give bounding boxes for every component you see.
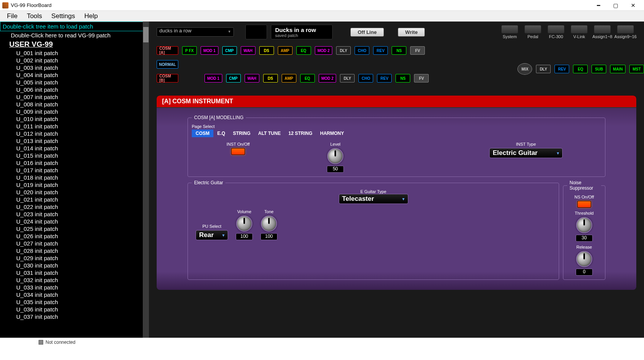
patch-item[interactable]: U_005 init patch [0, 79, 149, 86]
chain-box-eq[interactable]: EQ [296, 46, 311, 55]
tab-harmony[interactable]: HARMONY [316, 130, 348, 137]
patch-item[interactable]: U_017 init patch [0, 167, 149, 174]
chain-box-cmp[interactable]: CMP [226, 74, 241, 82]
chain-box-pfx[interactable]: P FX [182, 46, 197, 55]
util-button-assign1~8[interactable]: Assign1~8 [592, 25, 613, 39]
patch-item[interactable]: U_026 init patch [0, 232, 149, 240]
chain-box-sub[interactable]: SUB [592, 65, 606, 73]
patch-item[interactable]: U_029 init patch [0, 254, 149, 262]
patch-item[interactable]: U_027 init patch [0, 240, 149, 247]
chain-box-main[interactable]: MAIN [610, 65, 625, 73]
chain-box-cho[interactable]: CHO [358, 74, 373, 82]
offline-button[interactable]: Off Line [350, 28, 384, 37]
patch-item[interactable]: U_036 init patch [0, 306, 149, 313]
patch-item[interactable]: U_010 init patch [0, 115, 149, 123]
release-value[interactable]: 0 [576, 269, 593, 276]
patch-item[interactable]: U_003 init patch [0, 64, 149, 71]
patch-item[interactable]: U_021 init patch [0, 196, 149, 203]
patch-item[interactable]: U_012 init patch [0, 130, 149, 137]
level-value[interactable]: 50 [327, 166, 344, 173]
user-bank-header[interactable]: USER VG-99 [0, 39, 149, 49]
tab-12string[interactable]: 12 STRING [284, 130, 316, 137]
chain-box-cosmb[interactable]: COSM [B] [157, 74, 178, 82]
util-button-pedal[interactable]: Pedal [522, 25, 544, 39]
chain-box-mst[interactable]: MST [629, 65, 644, 73]
patch-item[interactable]: U_024 init patch [0, 218, 149, 225]
chain-box-mod1[interactable]: MOD 1 [205, 74, 222, 82]
patch-item[interactable]: U_016 init patch [0, 159, 149, 167]
chain-normal[interactable]: NORMAL [157, 60, 178, 69]
patch-item[interactable]: U_007 init patch [0, 93, 149, 101]
tone-knob[interactable] [261, 215, 277, 232]
patch-item[interactable]: U_006 init patch [0, 86, 149, 93]
level-knob[interactable] [327, 148, 343, 164]
patch-item[interactable]: U_019 init patch [0, 181, 149, 188]
patch-item[interactable]: U_032 init patch [0, 276, 149, 284]
patch-item[interactable]: U_030 init patch [0, 262, 149, 269]
tab-cosm[interactable]: COSM [192, 130, 213, 137]
tab-alttune[interactable]: ALT TUNE [254, 130, 284, 137]
chain-box-rev[interactable]: REV [377, 74, 392, 82]
patch-item[interactable]: U_023 init patch [0, 210, 149, 218]
util-button-assign9~16[interactable]: Assign9~16 [615, 25, 636, 39]
chain-box-ds[interactable]: DS [259, 46, 274, 55]
ns-onoff-switch[interactable] [577, 201, 591, 208]
patch-item[interactable]: U_035 init patch [0, 298, 149, 306]
tab-string[interactable]: STRING [229, 130, 254, 137]
util-button-v-link[interactable]: V-Link [568, 25, 590, 39]
pu-select-dropdown[interactable]: Rear [196, 230, 228, 240]
chain-box-ds[interactable]: DS [263, 74, 278, 82]
threshold-value[interactable]: 30 [576, 235, 593, 242]
patch-item[interactable]: U_031 init patch [0, 269, 149, 276]
release-knob[interactable] [576, 251, 592, 267]
threshold-knob[interactable] [576, 217, 592, 233]
chain-box-rev[interactable]: REV [554, 65, 569, 73]
chain-box-wah[interactable]: WAH [245, 74, 259, 82]
patch-select-dropdown[interactable]: ducks in a row [157, 27, 234, 37]
chain-box-eq[interactable]: EQ [300, 74, 315, 82]
chain-box-amp[interactable]: AMP [278, 46, 292, 55]
chain-box-mod2[interactable]: MOD 2 [315, 46, 333, 55]
patch-item[interactable]: U_034 init patch [0, 291, 149, 298]
patch-item[interactable]: U_028 init patch [0, 247, 149, 254]
chain-box-cmp[interactable]: CMP [222, 46, 237, 55]
chain-box-rev[interactable]: REV [373, 46, 388, 55]
eg-type-dropdown[interactable]: Telecaster [339, 194, 408, 204]
sidebar-scrollbar[interactable] [143, 22, 149, 338]
chain-box-dly[interactable]: DLY [336, 46, 351, 55]
patch-item[interactable]: U_020 init patch [0, 188, 149, 196]
patch-item[interactable]: U_008 init patch [0, 101, 149, 108]
menu-tools[interactable]: Tools [22, 11, 47, 21]
patch-item[interactable]: U_022 init patch [0, 203, 149, 210]
chain-box-cosma[interactable]: COSM [A] [157, 46, 178, 55]
chain-box-mod2[interactable]: MOD 2 [319, 74, 336, 82]
chain-box-fv[interactable]: FV [414, 74, 429, 82]
util-button-system[interactable]: System [499, 25, 521, 39]
patch-item[interactable]: U_018 init patch [0, 174, 149, 181]
scrollbar-thumb[interactable] [143, 27, 149, 42]
chain-box-mod1[interactable]: MOD 1 [201, 46, 218, 55]
menu-settings[interactable]: Settings [47, 11, 79, 21]
chain-box-wah[interactable]: WAH [241, 46, 255, 55]
maximize-button[interactable]: ▢ [607, 0, 624, 11]
util-button-fc-300[interactable]: FC-300 [545, 25, 567, 39]
menu-help[interactable]: Help [80, 11, 103, 21]
patch-item[interactable]: U_011 init patch [0, 123, 149, 130]
close-button[interactable]: ✕ [624, 0, 642, 11]
patch-item[interactable]: U_009 init patch [0, 108, 149, 115]
patch-item[interactable]: U_025 init patch [0, 225, 149, 232]
read-patch-line[interactable]: Double-Click here to read VG-99 patch [0, 31, 149, 39]
patch-item[interactable]: U_037 init patch [0, 313, 149, 320]
chain-box-dly[interactable]: DLY [340, 74, 355, 82]
patch-item[interactable]: U_001 init patch [0, 49, 149, 57]
chain-box-dly[interactable]: DLY [536, 65, 551, 73]
volume-value[interactable]: 100 [236, 233, 253, 240]
chain-box-fv[interactable]: FV [410, 46, 425, 55]
chain-box-ns[interactable]: NS [396, 74, 410, 82]
patch-item[interactable]: U_013 init patch [0, 137, 149, 145]
patch-item[interactable]: U_015 init patch [0, 152, 149, 159]
menu-file[interactable]: File [2, 11, 22, 21]
patch-item[interactable]: U_033 init patch [0, 284, 149, 291]
chain-box-amp[interactable]: AMP [282, 74, 296, 82]
chain-box-cho[interactable]: CHO [355, 46, 369, 55]
